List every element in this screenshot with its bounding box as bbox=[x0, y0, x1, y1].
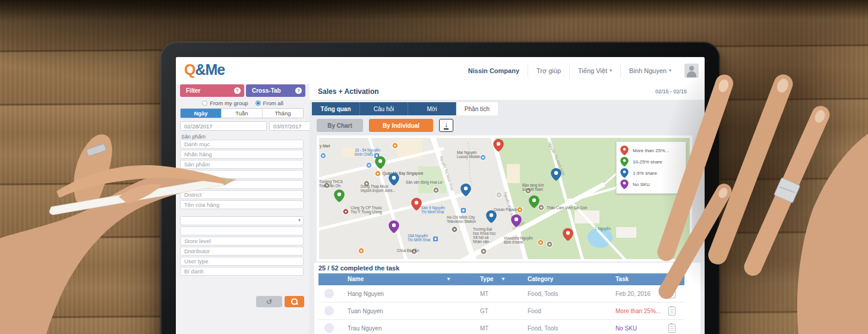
sidebar-field-12[interactable] bbox=[180, 267, 304, 276]
by-chart-button[interactable]: By Chart bbox=[317, 119, 363, 132]
sort-caret-icon[interactable]: ▼ bbox=[501, 276, 506, 282]
help-circle-icon[interactable]: ? bbox=[234, 87, 241, 94]
download-button[interactable]: ↓ bbox=[439, 119, 453, 132]
clipboard-icon[interactable] bbox=[668, 289, 676, 298]
table-row-1[interactable]: Tuan NguyenGTFoodMore than 25%... bbox=[318, 303, 684, 320]
cell-category: Food bbox=[528, 308, 541, 314]
sidebar-select-7[interactable]: ▾ bbox=[180, 216, 304, 225]
row-avatar bbox=[324, 289, 334, 298]
cell-name: Trau Nguyen bbox=[348, 325, 381, 332]
qme-logo[interactable]: Q&Me bbox=[184, 61, 225, 78]
building-block bbox=[507, 164, 520, 183]
clipboard-icon[interactable] bbox=[668, 324, 676, 333]
table-rows: Hang NguyenMTFood, ToolsFeb 20, 2016Tuan… bbox=[318, 285, 684, 334]
main-tab-2[interactable]: Mời bbox=[408, 102, 456, 115]
user-avatar-icon[interactable] bbox=[684, 64, 699, 78]
sidebar-field-4[interactable] bbox=[180, 180, 304, 189]
sidebar-field-2[interactable] bbox=[180, 160, 304, 169]
nav-user[interactable]: Binh Nguyen▾ bbox=[620, 64, 680, 77]
row-avatar bbox=[324, 323, 334, 333]
radio-from-all[interactable]: From all bbox=[255, 100, 283, 106]
page-title: Sales + Activation bbox=[318, 87, 379, 96]
main-tabs: Tổng quanCâu hỏiMờiPhân tích bbox=[312, 102, 498, 115]
search-icon bbox=[291, 298, 298, 305]
sidebar-field-6[interactable] bbox=[180, 200, 304, 209]
nav-help[interactable]: Trợ giúp bbox=[528, 64, 569, 77]
reset-icon: ↺ bbox=[266, 298, 272, 306]
legend-label: 1-9% share bbox=[633, 171, 657, 176]
completion-summary: 25 / 52 completed the task bbox=[318, 264, 399, 272]
tab-filter[interactable]: Filter? bbox=[180, 84, 244, 97]
map-legend: More than 25%...10-25% share1-9% shareNo… bbox=[616, 141, 686, 194]
radio-selected-icon bbox=[255, 100, 261, 106]
logo-me: &Me bbox=[195, 61, 225, 78]
legend-pin-icon bbox=[620, 179, 629, 190]
section-label: Sản phẩm bbox=[181, 134, 206, 140]
legend-pin-icon bbox=[620, 168, 629, 179]
map-card: Nguyễn Thị Minh KhaiNguyễn Thị Minh Khai… bbox=[317, 136, 692, 261]
building-block bbox=[616, 227, 636, 238]
sort-caret-icon[interactable]: ▼ bbox=[446, 276, 451, 282]
sidebar-field-8[interactable] bbox=[180, 226, 304, 235]
map-label: y Mart bbox=[320, 144, 330, 149]
nav-language[interactable]: Tiếng Việt▾ bbox=[569, 64, 620, 77]
legend-item-3: No SKU bbox=[620, 179, 682, 190]
cell-task: No SKU bbox=[616, 325, 637, 332]
results-panel: 25 / 52 completed the task Name ▼ Type ▼… bbox=[314, 263, 700, 334]
top-nav: Nissin Company Trợ giúp Tiếng Việt▾ Binh… bbox=[460, 57, 699, 84]
table-row-2[interactable]: Trau NguyenMTFood, ToolsNo SKU bbox=[318, 320, 684, 334]
sidebar-field-1[interactable] bbox=[180, 150, 304, 159]
period-tab-1[interactable]: Tuần bbox=[221, 109, 262, 118]
col-type[interactable]: Type bbox=[480, 276, 494, 282]
main-tab-1[interactable]: Câu hỏi bbox=[360, 102, 408, 115]
sidebar-field-5[interactable] bbox=[180, 190, 304, 199]
map-label: Sân 9 NguyễnThị Minh Khai bbox=[421, 205, 445, 214]
row-avatar bbox=[324, 306, 334, 316]
legend-label: No SKU bbox=[633, 182, 650, 187]
building-block bbox=[575, 210, 599, 223]
table-row-0[interactable]: Hang NguyenMTFood, ToolsFeb 20, 2016 bbox=[318, 285, 684, 303]
table-header: Name ▼ Type ▼ Category Task bbox=[318, 273, 684, 285]
tab-cross-tab[interactable]: Cross-Tab? bbox=[246, 84, 305, 97]
sidebar-field-9[interactable] bbox=[180, 237, 304, 245]
filter-sidebar: Filter? Cross-Tab? From my group From al… bbox=[176, 84, 310, 334]
reset-button[interactable]: ↺ bbox=[256, 296, 282, 307]
map-label: 1 Nguyễn bbox=[595, 226, 611, 231]
cell-name: Hang Nguyen bbox=[348, 291, 384, 297]
main-content: Sales + Activation 02/15 - 02/15 Tổng qu… bbox=[310, 84, 705, 334]
col-name[interactable]: Name bbox=[348, 276, 364, 282]
nav-company[interactable]: Nissin Company bbox=[460, 64, 528, 77]
sidebar-actions: ↺ bbox=[256, 296, 304, 307]
map-label: Sân vận động Hoa Lư bbox=[406, 180, 443, 185]
main-tab-0[interactable]: Tổng quan bbox=[312, 102, 360, 115]
clipboard-icon[interactable] bbox=[668, 307, 676, 316]
sidebar-field-11[interactable] bbox=[180, 257, 304, 266]
legend-label: More than 25%... bbox=[633, 148, 669, 153]
date-range-label: 02/15 - 02/15 bbox=[655, 89, 687, 94]
sidebar-field-3[interactable] bbox=[180, 170, 304, 179]
date-from-input[interactable] bbox=[180, 121, 267, 131]
sidebar-field-0[interactable] bbox=[180, 140, 304, 149]
tablet-device: Q&Me Nissin Company Trợ giúp Tiếng Việt▾… bbox=[160, 42, 720, 334]
main-tab-3[interactable]: Phân tích bbox=[456, 102, 498, 115]
radio-from-my-group[interactable]: From my group bbox=[202, 100, 248, 106]
legend-pin-icon bbox=[620, 145, 629, 156]
col-task[interactable]: Task bbox=[616, 276, 629, 282]
period-tabs: NgàyTuầnTháng bbox=[180, 108, 304, 118]
col-category[interactable]: Category bbox=[528, 276, 553, 282]
radio-icon bbox=[202, 100, 207, 106]
chevron-down-icon: ▾ bbox=[669, 68, 671, 73]
map-label: 16A NguyễnThị Minh Khai bbox=[408, 233, 431, 242]
date-range-inputs bbox=[180, 121, 304, 131]
download-icon: ↓ bbox=[444, 122, 449, 130]
map-label: Trường THCSTrần Văn Ơn bbox=[319, 179, 343, 188]
period-tab-0[interactable]: Ngày bbox=[181, 109, 221, 118]
photo-scene: Q&Me Nissin Company Trợ giúp Tiếng Việt▾… bbox=[0, 0, 868, 334]
search-button[interactable] bbox=[285, 296, 304, 307]
by-individual-button[interactable]: By Individual bbox=[369, 119, 433, 132]
cell-name: Tuan Nguyen bbox=[348, 308, 383, 314]
chevron-down-icon: ▾ bbox=[610, 68, 612, 73]
help-circle-icon[interactable]: ? bbox=[295, 87, 302, 94]
sidebar-field-10[interactable] bbox=[180, 247, 304, 256]
period-tab-2[interactable]: Tháng bbox=[262, 109, 303, 118]
